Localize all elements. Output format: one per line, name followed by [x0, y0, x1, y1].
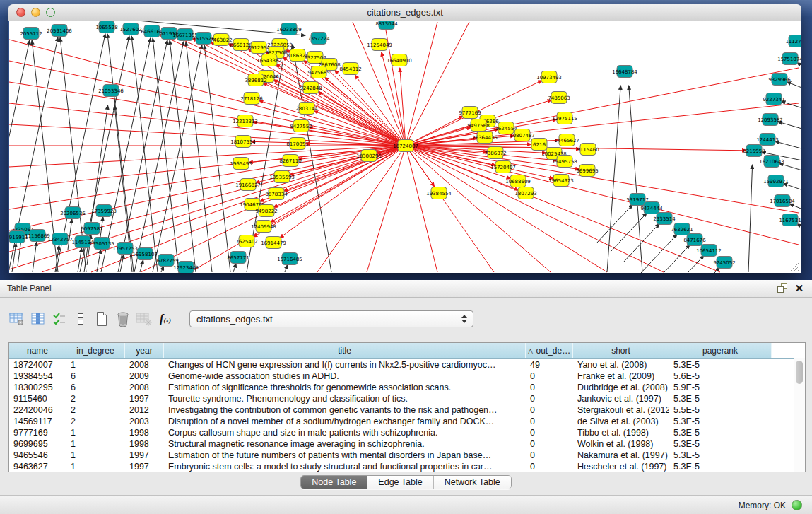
graph-node[interactable]: 8471676 [683, 234, 706, 246]
graph-node[interactable]: 9227341 [763, 93, 784, 105]
table-settings-button[interactable] [8, 310, 25, 328]
graph-node[interactable]: 7357224 [307, 33, 330, 45]
graph-node[interactable]: 8427552 [290, 120, 312, 132]
citation-edge[interactable] [406, 146, 551, 272]
citation-edge-black[interactable] [778, 122, 801, 131]
graph-node[interactable]: 8170051 [286, 138, 308, 150]
column-header-short[interactable]: short [573, 343, 669, 358]
citation-edge-black[interactable] [654, 245, 690, 273]
graph-node[interactable]: 11254049 [367, 39, 392, 51]
graph-node[interactable]: 1167531 [779, 214, 801, 226]
column-header-in_degree[interactable]: in_degree [66, 343, 125, 358]
column-header-title[interactable]: title [164, 343, 526, 358]
minimize-window-button[interactable] [31, 8, 40, 17]
graph-node[interactable]: 9475685 [307, 66, 329, 78]
graph-node[interactable]: 8454312 [339, 63, 361, 75]
citation-edge[interactable] [9, 146, 406, 252]
graph-node[interactable]: 7625402 [235, 235, 257, 247]
citation-edge-black[interactable] [596, 204, 632, 243]
graph-node[interactable]: 12213313 [233, 115, 258, 127]
citation-edge-black[interactable] [161, 266, 164, 272]
citation-edge-black[interactable] [170, 40, 196, 272]
graph-node[interactable]: 8657771 [227, 252, 249, 264]
tab-network-table[interactable]: Network Table [434, 476, 511, 489]
citation-edge-black[interactable] [33, 242, 37, 272]
graph-node[interactable]: 12093582 [758, 114, 783, 126]
graph-node[interactable]: 10688609 [505, 175, 531, 187]
network-canvas[interactable]: 1872400718300295193845541125404916640910… [9, 21, 801, 273]
table-scrollbar[interactable] [794, 358, 805, 472]
graph-node[interactable]: 1527602 [119, 23, 141, 35]
citation-edge[interactable] [384, 22, 406, 146]
graph-node[interactable]: 19384554 [426, 187, 452, 199]
citation-edge-black[interactable] [140, 260, 143, 272]
graph-node[interactable]: 20206536 [60, 207, 86, 219]
delete-table-button[interactable] [114, 310, 131, 328]
citation-edge[interactable] [9, 146, 406, 167]
column-header-year[interactable]: year [125, 343, 164, 358]
citation-edge-black[interactable] [285, 264, 288, 272]
graph-node[interactable]: 2055712 [20, 28, 42, 40]
graph-node[interactable]: 16914479 [261, 237, 286, 249]
table-row[interactable]: 977716911998Corpus callosum shape and si… [9, 427, 805, 438]
graph-node[interactable]: 1112748 [785, 35, 801, 47]
table-row[interactable]: 1830029562008Estimation of significance … [9, 382, 805, 393]
citation-edge-black[interactable] [607, 86, 620, 272]
citation-edge-black[interactable] [641, 234, 677, 273]
citation-edge-black[interactable] [629, 86, 642, 272]
graph-node[interactable]: 9497568 [467, 119, 489, 132]
citation-edge-black[interactable] [775, 141, 801, 151]
graph-node[interactable]: 8215958 [743, 145, 765, 157]
table-row[interactable]: 2242004622012Investigating the contribut… [9, 404, 805, 416]
citation-edge[interactable] [9, 146, 406, 209]
select-columns-button[interactable] [30, 310, 47, 328]
graph-node[interactable]: 1965493 [230, 158, 252, 170]
citation-edge[interactable] [406, 146, 799, 213]
tab-edge-table[interactable]: Edge Table [367, 476, 433, 489]
graph-node[interactable]: 15751074 [777, 53, 801, 65]
citation-edge-black[interactable] [748, 165, 753, 272]
tab-node-table[interactable]: Node Table [301, 476, 367, 489]
citation-edge-black[interactable] [120, 255, 124, 272]
citation-edge[interactable] [406, 146, 437, 272]
close-window-button[interactable] [16, 8, 25, 17]
select-rows-button[interactable] [51, 310, 68, 328]
table-row[interactable]: 911546021997Tourette syndrome. Phenomeno… [9, 393, 805, 404]
citation-edge[interactable] [406, 22, 469, 146]
resize-grip[interactable] [788, 260, 799, 271]
graph-node[interactable]: 9245052 [713, 257, 735, 269]
graph-node[interactable]: 12975115 [552, 112, 577, 124]
graph-node[interactable]: 9777169 [459, 107, 481, 119]
citation-edge-black[interactable] [787, 82, 801, 90]
citation-edge[interactable] [406, 146, 553, 179]
table-row[interactable]: 946362711997Embryonic stem cells: a mode… [9, 461, 805, 472]
citation-edge[interactable] [406, 146, 664, 272]
graph-node[interactable]: 9097587 [81, 223, 102, 235]
graph-node[interactable]: 2933514 [653, 213, 676, 225]
citation-edge[interactable] [9, 40, 406, 146]
graph-node[interactable]: 8813044 [375, 21, 398, 30]
column-header-pagerank[interactable]: pagerank [669, 343, 772, 358]
table-row[interactable]: 1872400712008Changes of HCN gene express… [9, 359, 805, 370]
graph-node[interactable]: 9329966 [768, 74, 791, 86]
citation-edge-black[interactable] [781, 101, 801, 110]
graph-node[interactable]: 15716485 [277, 253, 302, 265]
graph-node[interactable]: 2803144 [295, 103, 318, 115]
graph-node[interactable]: 16648784 [612, 66, 637, 78]
graph-node[interactable]: 14465627 [554, 134, 579, 146]
graph-node[interactable]: 20591406 [47, 25, 72, 37]
function-builder-button[interactable]: f(x) [157, 310, 174, 328]
table-row[interactable]: 1938455462009Genome-wide association stu… [9, 370, 805, 382]
citation-edge-black[interactable] [779, 163, 801, 173]
network-window[interactable]: citations_edges.txt 18724007183002951938… [8, 4, 801, 273]
new-table-button[interactable] [93, 310, 110, 328]
graph-node[interactable]: 12409948 [251, 221, 276, 233]
graph-node[interactable]: 19166827 [235, 179, 261, 191]
column-header-name[interactable]: name [9, 343, 66, 358]
table-row[interactable]: 946554611997Estimation of the future num… [9, 450, 805, 461]
citation-edge-black[interactable] [783, 184, 801, 192]
graph-node[interactable]: 9242848 [300, 82, 322, 94]
column-header-out_de[interactable]: △out_de… [526, 343, 573, 358]
graph-node[interactable]: 17359928 [91, 205, 117, 217]
graph-node[interactable]: 1244413 [756, 134, 778, 146]
